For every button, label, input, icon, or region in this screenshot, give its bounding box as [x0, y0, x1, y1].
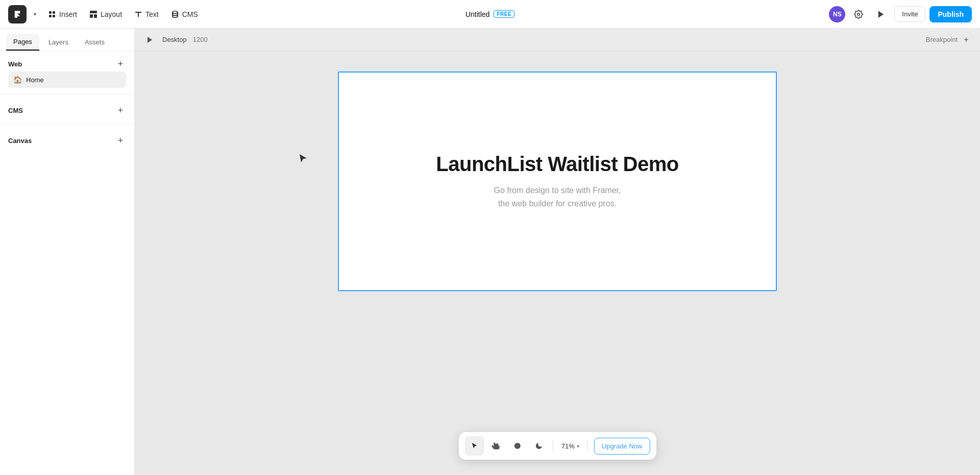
svg-point-10	[514, 443, 521, 449]
home-page-label: Home	[26, 76, 44, 84]
logo-button[interactable]	[8, 5, 27, 23]
nav-right: NS Invite Publish	[829, 5, 972, 23]
tab-assets[interactable]: Assets	[78, 34, 112, 51]
svg-rect-2	[49, 15, 52, 17]
select-tool-button[interactable]	[465, 436, 484, 456]
svg-rect-1	[53, 11, 55, 14]
framer-icon	[13, 10, 22, 19]
nav-center: Untitled FREE	[465, 10, 514, 18]
canvas-play-button[interactable]	[143, 33, 156, 46]
canvas-section-title: Canvas	[8, 137, 32, 145]
moon-icon	[535, 442, 543, 450]
svg-rect-3	[53, 15, 55, 17]
add-breakpoint-button[interactable]: +	[961, 34, 972, 45]
canvas-section-header: Canvas +	[8, 135, 126, 146]
svg-point-7	[857, 13, 860, 15]
hand-tool-button[interactable]	[486, 436, 506, 456]
divider-1	[0, 94, 134, 94]
cms-icon	[171, 10, 179, 18]
preview-button[interactable]	[872, 5, 890, 23]
breakpoint-area: Breakpoint +	[926, 34, 972, 45]
canvas-scroll[interactable]: LaunchList Waitlist Demo Go from design …	[135, 51, 980, 475]
svg-marker-8	[878, 11, 884, 18]
web-section-header: Web +	[8, 58, 126, 69]
svg-marker-9	[148, 37, 152, 43]
publish-button[interactable]: Publish	[929, 6, 972, 22]
sidebar-tabs: Pages Layers Assets	[0, 29, 134, 51]
sidebar-cms-section: CMS +	[0, 98, 134, 121]
page-frame[interactable]: LaunchList Waitlist Demo Go from design …	[338, 72, 777, 291]
canvas-desktop-label: Desktop	[162, 36, 187, 43]
toolbar-divider	[553, 440, 553, 452]
insert-label: Insert	[59, 10, 77, 18]
frame-subtitle: Go from design to site with Framer, the …	[494, 184, 621, 210]
breakpoint-label: Breakpoint	[926, 36, 958, 43]
home-page-item[interactable]: 🏠 Home	[8, 72, 126, 88]
svg-rect-5	[90, 14, 93, 18]
publish-label: Publish	[938, 10, 964, 18]
canvas-width-label: 1200	[193, 36, 208, 43]
top-navigation: ▾ Insert Layout Text CMS Untitled FREE N…	[0, 0, 980, 29]
invite-label: Invite	[902, 10, 918, 18]
toolbar-divider-2	[587, 440, 588, 452]
cms-button[interactable]: CMS	[166, 7, 203, 21]
svg-rect-6	[94, 14, 97, 18]
canvas-area: Desktop 1200 Breakpoint + LaunchList Wai…	[135, 29, 980, 475]
text-button[interactable]: Text	[129, 7, 164, 21]
hand-icon	[492, 441, 501, 450]
upgrade-button[interactable]: Upgrade Now	[594, 438, 650, 455]
svg-rect-0	[49, 11, 52, 14]
free-badge: FREE	[494, 10, 514, 18]
project-title: Untitled	[465, 10, 489, 18]
logo-chevron[interactable]: ▾	[29, 8, 41, 20]
canvas-toolbar: Desktop 1200 Breakpoint +	[135, 29, 980, 51]
insert-icon	[48, 10, 56, 18]
home-icon: 🏠	[13, 76, 22, 84]
zoom-control[interactable]: 71% ▾	[557, 440, 583, 452]
gear-icon	[854, 10, 863, 19]
dark-mode-button[interactable]	[529, 436, 549, 456]
bottom-toolbar: 71% ▾ Upgrade Now	[459, 432, 656, 460]
svg-rect-4	[90, 11, 97, 13]
layout-icon	[89, 10, 97, 18]
title-area: Untitled FREE	[465, 10, 514, 18]
tab-layers[interactable]: Layers	[41, 34, 76, 51]
canvas-play-icon	[145, 36, 154, 44]
zoom-chevron-icon: ▾	[577, 443, 579, 449]
frame-title: LaunchList Waitlist Demo	[436, 153, 678, 176]
circle-tool-button[interactable]	[508, 436, 527, 456]
divider-2	[0, 124, 134, 125]
main-area: Pages Layers Assets Web + 🏠 Home CMS	[0, 29, 980, 475]
text-icon	[134, 10, 142, 18]
upgrade-label: Upgrade Now	[602, 442, 643, 450]
add-cms-button[interactable]: +	[115, 105, 126, 116]
play-icon	[876, 10, 886, 19]
layout-button[interactable]: Layout	[84, 7, 127, 21]
zoom-value: 71%	[561, 442, 575, 450]
sidebar-web-section: Web + 🏠 Home	[0, 51, 134, 91]
layout-label: Layout	[101, 10, 122, 18]
invite-button[interactable]: Invite	[894, 6, 925, 22]
text-label: Text	[145, 10, 159, 18]
cms-label: CMS	[182, 10, 198, 18]
cms-section-header: CMS +	[8, 105, 126, 116]
nav-left: ▾ Insert Layout Text CMS	[8, 5, 827, 23]
circle-icon	[513, 442, 522, 450]
insert-button[interactable]: Insert	[43, 7, 82, 21]
cms-section-title: CMS	[8, 107, 23, 114]
sidebar-canvas-section: Canvas +	[0, 128, 134, 151]
add-web-page-button[interactable]: +	[115, 58, 126, 69]
settings-button[interactable]	[849, 5, 868, 23]
tab-pages[interactable]: Pages	[6, 34, 39, 51]
avatar-initials: NS	[833, 11, 842, 18]
sidebar: Pages Layers Assets Web + 🏠 Home CMS	[0, 29, 135, 475]
select-icon	[471, 442, 479, 450]
web-section-title: Web	[8, 60, 22, 68]
add-canvas-button[interactable]: +	[115, 135, 126, 146]
avatar-button[interactable]: NS	[829, 6, 845, 22]
cursor-indicator	[298, 153, 308, 165]
